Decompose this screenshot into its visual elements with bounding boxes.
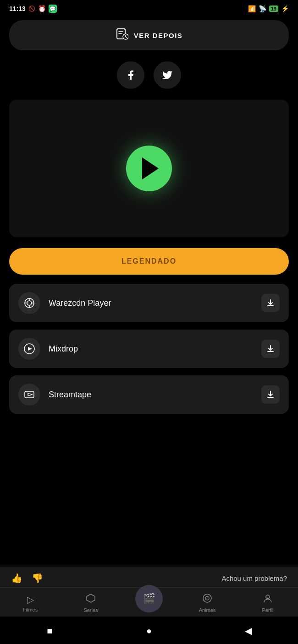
nav-series[interactable]: Series bbox=[75, 593, 107, 613]
twitter-button[interactable] bbox=[154, 61, 181, 89]
problem-label: Achou um problema? bbox=[221, 574, 287, 582]
wifi-icon: 📡 bbox=[259, 5, 266, 12]
watch-later-button[interactable]: VER DEPOIS bbox=[9, 20, 289, 50]
alarm-icon: ⏰ bbox=[38, 5, 46, 12]
svg-marker-16 bbox=[87, 594, 95, 602]
nav-filmes[interactable]: ▷ Filmes bbox=[14, 594, 46, 612]
charging-icon: ⚡ bbox=[281, 5, 289, 12]
nav-perfil[interactable]: Perfil bbox=[252, 593, 284, 613]
svg-point-17 bbox=[203, 594, 211, 602]
svg-marker-15 bbox=[28, 393, 32, 396]
warezcdn-icon bbox=[18, 292, 40, 314]
streamtape-icon bbox=[18, 384, 40, 406]
perfil-icon bbox=[263, 593, 273, 606]
android-recents-button[interactable]: ■ bbox=[40, 622, 59, 640]
signal-icon: 🚫 bbox=[28, 5, 35, 12]
status-bar: 11:13 🚫 ⏰ 💬 📶 📡 19 ⚡ bbox=[0, 0, 298, 16]
play-triangle-icon bbox=[142, 157, 159, 179]
warezcdn-player-name: Warezcdn Player bbox=[49, 298, 261, 308]
nav-animes[interactable]: Animes bbox=[191, 593, 223, 613]
legendado-button[interactable]: LEGENDADO bbox=[9, 248, 289, 275]
svg-point-7 bbox=[27, 301, 32, 305]
animes-label: Animes bbox=[199, 607, 216, 613]
streamtape-download-button[interactable] bbox=[261, 385, 280, 404]
facebook-button[interactable] bbox=[117, 61, 144, 89]
video-player[interactable] bbox=[9, 100, 289, 237]
whatsapp-icon: 💬 bbox=[49, 5, 57, 13]
svg-marker-13 bbox=[28, 347, 32, 351]
svg-point-19 bbox=[266, 595, 270, 599]
mixdrop-icon bbox=[18, 338, 40, 360]
filmes-icon: ▷ bbox=[27, 594, 34, 605]
bottom-navigation: ▷ Filmes Series 🎬 Animes Perfil bbox=[0, 587, 298, 617]
streamtape-player-option[interactable]: Streamtape bbox=[9, 375, 289, 414]
legendado-label: LEGENDADO bbox=[121, 257, 177, 265]
battery-level: 19 bbox=[269, 5, 278, 12]
android-back-button[interactable]: ◀ bbox=[239, 622, 258, 640]
status-right: 📶 📡 19 ⚡ bbox=[248, 5, 289, 12]
nav-center-button[interactable]: 🎬 bbox=[135, 585, 163, 612]
android-home-button[interactable]: ● bbox=[140, 622, 158, 640]
status-left: 11:13 🚫 ⏰ 💬 bbox=[9, 5, 57, 13]
animes-icon bbox=[202, 593, 212, 606]
thumbs-up-icon[interactable]: 👍 bbox=[11, 573, 22, 584]
play-button[interactable] bbox=[126, 146, 172, 191]
svg-point-18 bbox=[205, 596, 209, 600]
signal-bars-icon: 📶 bbox=[248, 5, 256, 12]
problem-thumbs-group: 👍 👎 bbox=[11, 573, 43, 584]
warezcdn-download-button[interactable] bbox=[261, 294, 280, 312]
android-nav-bar: ■ ● ◀ bbox=[0, 617, 298, 644]
perfil-label: Perfil bbox=[262, 607, 273, 613]
mixdrop-player-option[interactable]: Mixdrop bbox=[9, 330, 289, 368]
series-icon bbox=[86, 593, 96, 606]
center-nav-icon: 🎬 bbox=[143, 593, 155, 605]
mixdrop-download-button[interactable] bbox=[261, 340, 280, 358]
time-display: 11:13 bbox=[9, 5, 26, 12]
social-buttons-group bbox=[9, 61, 289, 89]
streamtape-player-name: Streamtape bbox=[49, 390, 261, 400]
series-label: Series bbox=[83, 607, 98, 613]
thumbs-down-icon[interactable]: 👎 bbox=[32, 573, 43, 584]
watch-later-label: VER DEPOIS bbox=[134, 32, 183, 39]
main-content: VER DEPOIS LEGENDADO bbox=[0, 16, 298, 426]
warezcdn-player-option[interactable]: Warezcdn Player bbox=[9, 284, 289, 322]
filmes-label: Filmes bbox=[23, 607, 38, 612]
watch-later-icon bbox=[116, 27, 128, 43]
mixdrop-player-name: Mixdrop bbox=[49, 344, 261, 354]
